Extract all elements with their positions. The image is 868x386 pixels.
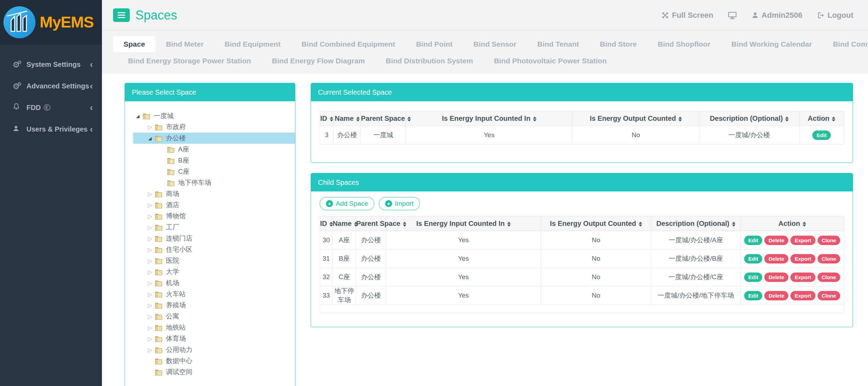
expand-icon[interactable]: ▷	[145, 235, 154, 242]
column-header-description-optional[interactable]: Description (Optional)	[699, 111, 799, 126]
clone-button[interactable]: Clone	[818, 273, 841, 282]
sidebar-item-advanced-settings[interactable]: ⚙⚙Advanced Settings‹	[0, 75, 102, 97]
tree-node-space[interactable]: ▷住宅小区	[133, 244, 295, 255]
tab-bind-sensor[interactable]: Bind Sensor	[463, 36, 527, 52]
tab-bind-meter[interactable]: Bind Meter	[156, 36, 214, 52]
tree-node-space[interactable]: 数据中心	[133, 355, 295, 367]
expand-icon[interactable]: ▷	[145, 213, 154, 220]
column-header-is-energy-input-counted-in[interactable]: Is Energy Input Counted In	[406, 111, 572, 126]
collapse-icon[interactable]: ◢	[133, 113, 142, 119]
export-button[interactable]: Export	[790, 254, 815, 263]
expand-icon[interactable]: ▷	[145, 124, 154, 131]
tab-bind-tenant[interactable]: Bind Tenant	[527, 36, 590, 52]
column-header-parent-space[interactable]: Parent Space	[361, 111, 406, 126]
user-menu[interactable]: Admin2506	[751, 11, 802, 20]
sidebar-toggle-button[interactable]	[113, 8, 130, 22]
expand-icon[interactable]: ▷	[145, 324, 154, 331]
expand-icon[interactable]: ▷	[145, 258, 154, 264]
tree-node-space[interactable]: ◢办公楼	[133, 133, 295, 144]
tab-bind-command[interactable]: Bind CommandⒺ	[822, 36, 868, 52]
sidebar-item-fdd[interactable]: FDDⒺ‹	[0, 97, 102, 118]
tree-node-space[interactable]: ▷大学	[133, 266, 295, 277]
expand-icon[interactable]: ▷	[145, 191, 154, 197]
tab-space[interactable]: Space	[113, 36, 156, 52]
delete-button[interactable]: Delete	[764, 254, 788, 263]
tree-node-space[interactable]: ▷地铁站	[133, 322, 295, 333]
tree-node-space[interactable]: ▷公寓	[133, 311, 295, 322]
expand-icon[interactable]: ▷	[145, 336, 154, 342]
expand-icon[interactable]: ▷	[145, 313, 154, 320]
tree-node-space[interactable]: ▷工厂	[133, 222, 295, 233]
tab-bind-working-calendar[interactable]: Bind Working Calendar	[721, 36, 822, 52]
column-header-is-energy-input-counted-in[interactable]: Is Energy Input Counted In	[386, 216, 541, 231]
tab-bind-distribution-system[interactable]: Bind Distribution System	[375, 57, 484, 65]
column-header-is-energy-output-counted[interactable]: Is Energy Output Counted	[572, 111, 699, 126]
delete-button[interactable]: Delete	[764, 236, 788, 245]
expand-icon[interactable]: ▷	[145, 280, 154, 286]
tab-bind-photovoltaic-power-station[interactable]: Bind Photovoltaic Power Station	[484, 57, 617, 65]
tree-node-space[interactable]: ▷公用动力	[133, 344, 295, 355]
tree-node-space[interactable]: ◢一度城	[133, 110, 295, 121]
column-header-action[interactable]: Action	[799, 111, 844, 126]
export-button[interactable]: Export	[790, 273, 815, 282]
tree-node-space[interactable]: ▷医院	[133, 255, 295, 266]
column-header-name[interactable]: Name	[333, 216, 356, 231]
expand-icon[interactable]: ▷	[145, 202, 154, 208]
clone-button[interactable]: Clone	[818, 236, 841, 245]
logout-button[interactable]: Logout	[817, 11, 853, 20]
tree-node-space[interactable]: ▷市政府	[133, 121, 295, 133]
edit-button[interactable]: Edit	[744, 236, 762, 245]
column-header-action[interactable]: Action	[741, 216, 844, 231]
monitor-button[interactable]	[728, 11, 737, 20]
sidebar-item-users-privileges[interactable]: Users & Privileges‹	[0, 118, 102, 140]
tree-node-c[interactable]: C座	[133, 166, 295, 177]
delete-button[interactable]: Delete	[764, 291, 788, 300]
tree-node-space[interactable]: 地下停车场	[133, 177, 295, 188]
expand-icon[interactable]: ▷	[145, 269, 154, 275]
tab-bind-energy-storage-power-station[interactable]: Bind Energy Storage Power Station	[118, 57, 262, 65]
edit-button[interactable]: Edit	[812, 131, 830, 140]
tree-node-space[interactable]: ▷连锁门店	[133, 233, 295, 244]
collapse-icon[interactable]: ◢	[145, 136, 154, 141]
tree-node-space[interactable]: 调试空间	[133, 367, 295, 378]
expand-icon[interactable]: ▷	[145, 224, 154, 231]
edit-button[interactable]: Edit	[744, 291, 762, 300]
tree-node-space[interactable]: ▷机场	[133, 277, 295, 289]
tab-bind-point[interactable]: Bind Point	[406, 36, 463, 52]
expand-icon[interactable]: ▷	[145, 347, 154, 353]
column-header-id[interactable]: ID	[320, 216, 333, 231]
column-header-is-energy-output-counted[interactable]: Is Energy Output Counted	[541, 216, 651, 231]
tree-node-space[interactable]: ▷酒店	[133, 199, 295, 211]
tree-node-a[interactable]: A座	[133, 144, 295, 155]
delete-button[interactable]: Delete	[764, 273, 788, 282]
expand-icon[interactable]: ▷	[145, 246, 154, 253]
clone-button[interactable]: Clone	[818, 291, 841, 300]
tab-label: Bind Tenant	[537, 40, 579, 48]
tree-node-space[interactable]: ▷养殖场	[133, 300, 295, 311]
tab-bind-combined-equipment[interactable]: Bind Combined Equipment	[291, 36, 405, 52]
tab-bind-store[interactable]: Bind Store	[589, 36, 647, 52]
tree-node-space[interactable]: ▷体育场	[133, 333, 295, 344]
tab-bind-equipment[interactable]: Bind Equipment	[214, 36, 291, 52]
tree-node-space[interactable]: ▷火车站	[133, 289, 295, 300]
column-header-parent-space[interactable]: Parent Space	[356, 216, 386, 231]
sidebar-item-system-settings[interactable]: ⚙⚙System Settings‹	[0, 54, 102, 75]
expand-icon[interactable]: ▷	[145, 302, 154, 309]
tab-bind-energy-flow-diagram[interactable]: Bind Energy Flow Diagram	[262, 57, 375, 65]
edit-button[interactable]: Edit	[744, 254, 762, 263]
expand-icon[interactable]: ▷	[145, 291, 154, 298]
column-header-id[interactable]: ID	[320, 111, 334, 126]
export-button[interactable]: Export	[790, 291, 815, 300]
tree-node-space[interactable]: ▷博物馆	[133, 211, 295, 222]
edit-button[interactable]: Edit	[744, 273, 762, 282]
export-button[interactable]: Export	[790, 236, 815, 245]
tree-node-space[interactable]: ▷商场	[133, 188, 295, 199]
full-screen-button[interactable]: Full Screen	[661, 11, 713, 20]
clone-button[interactable]: Clone	[818, 254, 841, 263]
column-header-description-optional[interactable]: Description (Optional)	[651, 216, 741, 231]
tree-node-b[interactable]: B座	[133, 155, 295, 166]
column-header-name[interactable]: Name	[334, 111, 361, 126]
import-button[interactable]: + Import	[379, 197, 420, 210]
tab-bind-shopfloor[interactable]: Bind Shopfloor	[647, 36, 721, 52]
add-space-button[interactable]: + Add Space	[320, 197, 374, 210]
